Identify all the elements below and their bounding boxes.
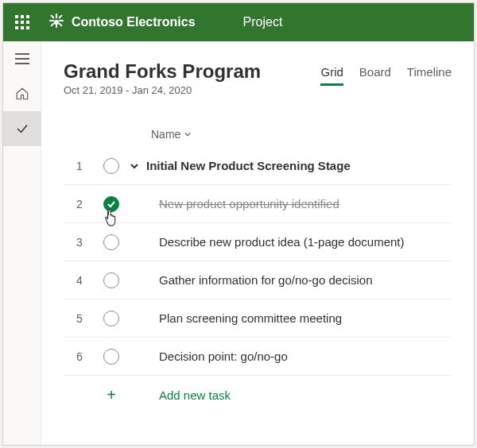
nav-tasks-button[interactable] bbox=[3, 111, 41, 146]
task-row[interactable]: 2 New product opportun bbox=[64, 185, 452, 223]
collapse-toggle[interactable] bbox=[127, 161, 142, 171]
project-date-range: Oct 21, 2019 - Jan 24, 2020 bbox=[64, 84, 261, 96]
hamburger-icon bbox=[15, 53, 29, 64]
brand: Contoso Electronics bbox=[41, 14, 196, 31]
nav-toggle-button[interactable] bbox=[3, 41, 41, 76]
project-title: Grand Forks Program bbox=[64, 60, 261, 83]
task-row[interactable]: 5 Plan screening committee meeting bbox=[64, 299, 452, 338]
task-row[interactable]: 4 Gather information for go/no-go decisi… bbox=[64, 261, 452, 299]
checkmark-icon bbox=[15, 122, 29, 136]
row-number: 1 bbox=[64, 160, 95, 172]
app-name[interactable]: Project bbox=[243, 15, 283, 29]
app-launcher-icon[interactable] bbox=[3, 3, 41, 41]
row-number: 5 bbox=[64, 312, 95, 325]
left-nav bbox=[3, 41, 41, 445]
tab-grid[interactable]: Grid bbox=[320, 65, 343, 86]
brand-name: Contoso Electronics bbox=[72, 15, 196, 29]
chevron-down-icon bbox=[184, 130, 192, 138]
complete-toggle[interactable] bbox=[103, 196, 119, 212]
checkmark-icon bbox=[107, 199, 116, 209]
column-header-name[interactable]: Name bbox=[64, 128, 452, 141]
tab-timeline[interactable]: Timeline bbox=[407, 65, 452, 86]
tab-board[interactable]: Board bbox=[359, 65, 391, 86]
task-name[interactable]: Plan screening committee meeting bbox=[127, 311, 452, 325]
complete-toggle[interactable] bbox=[103, 234, 119, 250]
chevron-down-icon bbox=[130, 161, 139, 171]
task-name[interactable]: Initial New Product Screening Stage bbox=[142, 159, 452, 172]
task-row[interactable]: 3 Describe new product idea (1-page docu… bbox=[64, 223, 452, 261]
task-name[interactable]: Gather information for go/no-go decision bbox=[127, 273, 452, 287]
main-content: Grand Forks Program Oct 21, 2019 - Jan 2… bbox=[41, 41, 474, 445]
column-name-label: Name bbox=[151, 128, 180, 141]
add-task-label[interactable]: Add new task bbox=[127, 388, 452, 402]
complete-toggle[interactable] bbox=[103, 349, 119, 365]
task-name[interactable]: New product opportunity identified bbox=[127, 197, 452, 210]
task-name[interactable]: Decision point: go/no-go bbox=[127, 350, 452, 363]
home-icon bbox=[15, 87, 29, 101]
task-rows: 1 Initial New Product Screening Stage 2 bbox=[64, 147, 452, 414]
row-number: 4 bbox=[64, 274, 95, 287]
add-task-row[interactable]: + Add new task bbox=[64, 376, 452, 414]
nav-home-button[interactable] bbox=[3, 76, 41, 111]
complete-toggle[interactable] bbox=[103, 272, 119, 288]
top-bar: Contoso Electronics Project bbox=[3, 3, 474, 41]
complete-toggle[interactable] bbox=[103, 158, 119, 174]
row-number: 2 bbox=[64, 198, 95, 210]
view-tabs: Grid Board Timeline bbox=[320, 65, 452, 86]
row-number: 3 bbox=[64, 236, 95, 249]
row-number: 6 bbox=[64, 350, 95, 363]
task-row-summary[interactable]: 1 Initial New Product Screening Stage bbox=[64, 147, 452, 185]
complete-toggle[interactable] bbox=[103, 311, 119, 326]
plus-icon[interactable]: + bbox=[95, 386, 127, 404]
brand-logo-icon bbox=[48, 14, 65, 31]
task-row[interactable]: 6 Decision point: go/no-go bbox=[64, 338, 452, 376]
task-name[interactable]: Describe new product idea (1-page docume… bbox=[127, 235, 452, 249]
